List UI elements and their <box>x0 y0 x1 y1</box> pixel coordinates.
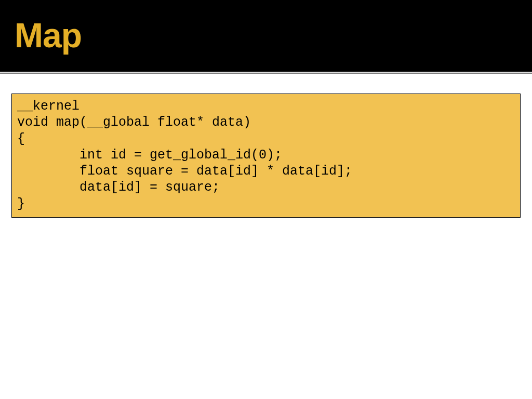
slide-content: __kernel void map(__global float* data) … <box>0 83 532 228</box>
header-divider <box>0 73 532 83</box>
code-block: __kernel void map(__global float* data) … <box>11 94 521 218</box>
slide-header: Map <box>0 0 532 73</box>
slide-title: Map <box>15 16 82 55</box>
